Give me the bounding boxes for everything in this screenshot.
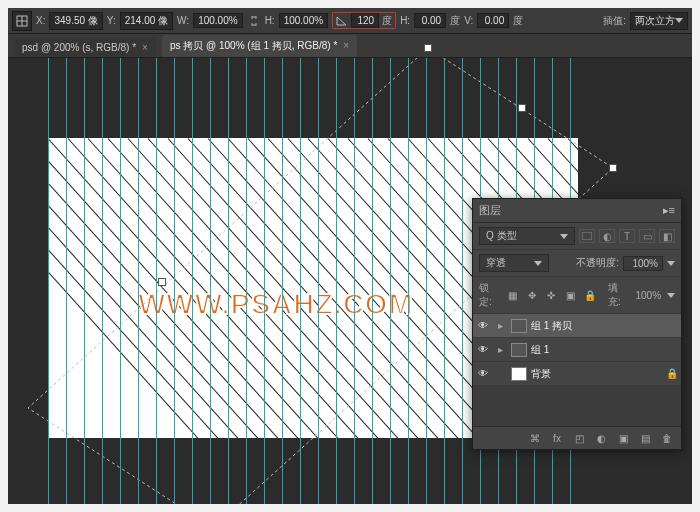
guide-vertical [372,58,373,504]
opacity-label: 不透明度: [576,256,619,270]
layers-panel-title: 图层 [479,203,501,218]
skew-h-value[interactable]: 0.00 [414,13,446,28]
y-value[interactable]: 214.00 像 [120,12,173,30]
filter-adjust-icon[interactable]: ◐ [599,229,615,243]
guide-vertical [390,58,391,504]
deg-label-3: 度 [513,14,523,28]
layer-list: 👁 ▸ 组 1 拷贝 👁 ▸ 组 1 👁 背景 🔒 [473,314,681,426]
layer-thumbnail [511,367,527,381]
layers-panel-footer: ⌘ fx ◰ ◐ ▣ ▤ 🗑 [473,426,681,449]
transform-handle[interactable] [518,104,526,112]
lock-icon[interactable]: 🔒 [663,368,681,379]
deg-label-1: 度 [382,14,392,28]
folder-icon [511,319,527,333]
guide-vertical [102,58,103,504]
layers-panel: 图层 ▸≡ Q 类型 ◐ T ▭ ◧ 穿透 不透明度: 100% [472,198,682,450]
guide-vertical [462,58,463,504]
layer-name[interactable]: 组 1 [531,343,681,357]
skew-h-label: H: [400,15,410,26]
skew-v-value[interactable]: 0.00 [477,13,509,28]
lock-label: 锁定: [479,281,500,309]
deg-label-2: 度 [450,14,460,28]
guide-vertical [282,58,283,504]
chevron-down-icon[interactable] [667,293,675,298]
guide-vertical [246,58,247,504]
options-bar: X: 349.50 像 Y: 214.00 像 W: 100.00% H: 10… [8,8,692,34]
h-value[interactable]: 100.00% [279,13,328,28]
layer-row[interactable]: 👁 ▸ 组 1 [473,338,681,362]
fill-label: 填充: [608,281,629,309]
layer-filter-icons: ◐ T ▭ ◧ [579,229,675,243]
group-icon[interactable]: ▣ [615,430,631,446]
transform-tool-icon[interactable] [12,11,32,31]
close-icon[interactable]: × [142,42,148,53]
new-layer-icon[interactable]: ▤ [637,430,653,446]
x-value[interactable]: 349.50 像 [49,12,102,30]
lock-icon[interactable]: 🔒 [583,288,596,302]
link-wh-icon[interactable] [247,14,261,28]
guide-vertical [264,58,265,504]
layer-row[interactable]: 👁 背景 🔒 [473,362,681,386]
svg-rect-4 [582,232,592,240]
lock-all-icon[interactable]: ✜ [545,288,558,302]
guide-vertical [300,58,301,504]
lock-artboard-icon[interactable]: ▣ [564,288,577,302]
filter-shape-icon[interactable]: ▭ [639,229,655,243]
guide-vertical [210,58,211,504]
guide-vertical [444,58,445,504]
guide-vertical [84,58,85,504]
angle-value[interactable]: 120 [351,13,379,28]
fx-icon[interactable]: fx [549,430,565,446]
guide-vertical [318,58,319,504]
link-layers-icon[interactable]: ⌘ [527,430,543,446]
transform-handle[interactable] [609,164,617,172]
layer-name[interactable]: 背景 [531,367,663,381]
layer-kind-filter[interactable]: Q 类型 [479,227,575,245]
guide-vertical [174,58,175,504]
transform-handle[interactable] [424,44,432,52]
guide-vertical [48,58,49,504]
angle-icon [336,14,348,28]
guide-vertical [192,58,193,504]
visibility-toggle-icon[interactable]: 👁 [473,344,493,355]
layer-name[interactable]: 组 1 拷贝 [531,319,681,333]
fill-value[interactable]: 100% [635,290,661,301]
guide-vertical [408,58,409,504]
filter-smart-icon[interactable]: ◧ [659,229,675,243]
lock-position-icon[interactable]: ✥ [526,288,539,302]
tab-doc-1[interactable]: psd @ 200% (s, RGB/8) *× [14,38,156,57]
guide-vertical [426,58,427,504]
visibility-toggle-icon[interactable]: 👁 [473,368,493,379]
expand-icon[interactable]: ▸ [493,344,507,355]
transform-handle[interactable] [158,278,166,286]
interp-label: 插值: [603,14,626,28]
mask-icon[interactable]: ◰ [571,430,587,446]
expand-icon[interactable]: ▸ [493,320,507,331]
document-tabs: psd @ 200% (s, RGB/8) *× ps 拷贝 @ 100% (组… [8,34,692,58]
close-icon[interactable]: × [343,40,349,51]
opacity-value[interactable]: 100% [623,256,663,271]
guide-vertical [120,58,121,504]
y-label: Y: [107,15,116,26]
h-label: H: [265,15,275,26]
filter-image-icon[interactable] [579,229,595,243]
panel-menu-icon[interactable]: ▸≡ [663,204,675,217]
visibility-toggle-icon[interactable]: 👁 [473,320,493,331]
interp-select[interactable]: 两次立方 [630,12,688,30]
guide-vertical [228,58,229,504]
guide-vertical [354,58,355,504]
x-label: X: [36,15,45,26]
w-value[interactable]: 100.00% [193,13,242,28]
blend-mode-select[interactable]: 穿透 [479,254,549,272]
folder-icon [511,343,527,357]
guide-vertical [66,58,67,504]
layer-row[interactable]: 👁 ▸ 组 1 拷贝 [473,314,681,338]
tab-doc-2[interactable]: ps 拷贝 @ 100% (组 1 拷贝, RGB/8) *× [162,35,357,57]
delete-icon[interactable]: 🗑 [659,430,675,446]
lock-pixels-icon[interactable]: ▦ [506,288,519,302]
chevron-down-icon[interactable] [667,261,675,266]
w-label: W: [177,15,189,26]
angle-group: 120 度 [332,12,396,29]
adjustment-icon[interactable]: ◐ [593,430,609,446]
filter-type-icon[interactable]: T [619,229,635,243]
